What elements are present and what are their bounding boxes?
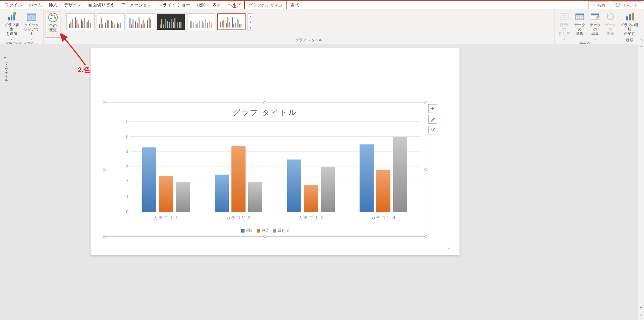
menu-tab-3[interactable]: デザイン	[61, 1, 85, 9]
chart-legend[interactable]: 列1列2系列 3	[104, 228, 426, 234]
menu-tab-5[interactable]: アニメーション	[118, 1, 155, 9]
fit-slide-button[interactable]: ⤢	[638, 313, 644, 320]
scroll-up-button[interactable]: ▲	[638, 44, 644, 50]
bar-series-1[interactable]	[287, 159, 301, 212]
bar-series-2[interactable]	[231, 146, 246, 212]
ribbon: + グラフ要素 を追加 ⌄ クイック レイアウト ⌄ グラフのレイアウト	[0, 9, 644, 44]
category-group[interactable]: カテゴリ 1	[130, 122, 202, 212]
legend-swatch-icon	[273, 229, 276, 233]
quick-layout-button[interactable]: クイック レイアウト ⌄	[22, 11, 42, 41]
bar-series-2[interactable]	[376, 170, 390, 212]
bar-series-3[interactable]	[176, 182, 190, 212]
change-chart-type-button[interactable]: グラフの種類 の変更	[617, 11, 642, 37]
chart-object[interactable]: + グラフ タイトル 0123456 カテゴリ 1カテゴリ 2カテゴリ 3カテゴ…	[104, 103, 426, 237]
bar-series-3[interactable]	[321, 167, 335, 212]
chart-elements-button[interactable]: +	[428, 104, 437, 113]
bar-series-1[interactable]	[360, 144, 374, 212]
menu-tab-8[interactable]: 表示	[209, 1, 224, 9]
svg-rect-7	[32, 16, 36, 20]
svg-rect-14	[629, 14, 631, 20]
slide[interactable]: + グラフ タイトル 0123456 カテゴリ 1カテゴリ 2カテゴリ 3カテゴ…	[91, 48, 460, 255]
annotation-marker-1: 1	[233, 2, 236, 10]
style-gallery-scroll[interactable]: ▴▾▾	[248, 13, 253, 31]
legend-item[interactable]: 系列 3	[273, 228, 289, 234]
menu-tab-2[interactable]: 挿入	[45, 1, 61, 9]
chart-style-thumb-4[interactable]	[157, 13, 185, 30]
chart-plot-area[interactable]: 0123456 カテゴリ 1カテゴリ 2カテゴリ 3カテゴリ 4	[122, 122, 420, 212]
menu-tab-0[interactable]: ファイル	[1, 1, 25, 9]
palette-icon	[48, 12, 58, 23]
category-group[interactable]: カテゴリ 4	[347, 122, 420, 212]
svg-rect-0	[8, 17, 10, 20]
chart-style-thumb-1[interactable]	[66, 13, 95, 30]
chart-style-thumb-6[interactable]	[217, 13, 246, 30]
quick-layout-icon	[26, 11, 37, 22]
category-label: カテゴリ 3	[275, 215, 347, 221]
chart-title[interactable]: グラフ タイトル	[104, 103, 426, 120]
category-group[interactable]: カテゴリ 3	[275, 122, 347, 212]
bar-series-2[interactable]	[304, 185, 318, 212]
comment-button[interactable]: 💬 コメント	[612, 1, 641, 9]
svg-rect-12	[591, 14, 599, 15]
share-button[interactable]: ↗ 共有	[588, 1, 609, 9]
bar-series-3[interactable]	[393, 137, 407, 212]
refresh-icon	[605, 11, 616, 22]
y-tick-label: 0	[126, 210, 128, 214]
y-tick-label: 4	[126, 149, 128, 154]
svg-rect-5	[27, 13, 36, 15]
chevron-right-icon[interactable]: ▶	[4, 56, 9, 59]
thumbnail-rail[interactable]: ▶ サムネイル	[0, 44, 13, 320]
svg-rect-15	[632, 13, 634, 20]
type-group-label: 種類	[617, 38, 642, 43]
category-label: カテゴリ 1	[130, 215, 202, 221]
menu-tab-11[interactable]: 書式	[287, 1, 303, 9]
chart-style-thumb-5[interactable]	[187, 13, 215, 30]
change-colors-button[interactable]: 色の 変更 ⌄	[46, 11, 60, 38]
bar-series-1[interactable]	[215, 175, 229, 212]
slide-page-number: 7	[447, 246, 449, 251]
legend-item[interactable]: 列1	[241, 228, 252, 234]
menu-tab-6[interactable]: スライド ショー	[155, 1, 194, 9]
funnel-icon	[430, 128, 435, 132]
chart-style-thumb-3[interactable]	[127, 13, 155, 30]
y-tick-label: 2	[126, 180, 128, 184]
category-group[interactable]: カテゴリ 2	[202, 122, 275, 212]
legend-swatch-icon	[257, 229, 260, 233]
svg-rect-8	[560, 14, 568, 20]
chart-style-gallery[interactable]: ▴▾▾	[65, 11, 552, 38]
collapse-ribbon-button[interactable]: ^	[641, 39, 643, 43]
vertical-scrollbar[interactable]: ▲ ▼ ⤢	[638, 44, 644, 320]
menu-tab-1[interactable]: ホーム	[25, 1, 45, 9]
svg-rect-1	[11, 15, 12, 20]
edit-data-button[interactable]: データの 編集 ⌄	[588, 11, 602, 41]
menu-bar: ファイルホーム挿入デザイン画面切り替えアニメーションスライド ショー校閲表示ヘル…	[0, 1, 644, 9]
menu-tab-4[interactable]: 画面切り替え	[85, 1, 118, 9]
menu-tab-10[interactable]: グラフのデザイン	[244, 1, 287, 10]
select-data-button[interactable]: データの 選択	[572, 11, 587, 41]
bar-series-2[interactable]	[159, 176, 173, 212]
y-tick-label: 5	[126, 134, 128, 139]
scroll-down-button[interactable]: ▼	[638, 306, 644, 312]
chart-style-thumb-2[interactable]	[97, 13, 125, 30]
chart-styles-button[interactable]	[428, 115, 437, 124]
legend-item[interactable]: 列2	[257, 228, 268, 234]
menu-tab-7[interactable]: 校閲	[194, 1, 209, 9]
chart-type-icon	[624, 11, 635, 22]
bar-series-1[interactable]	[142, 147, 156, 212]
edit-data-icon	[590, 11, 600, 22]
svg-rect-13	[626, 16, 628, 20]
chart-filters-button[interactable]	[428, 126, 437, 134]
bar-series-3[interactable]	[248, 182, 262, 212]
switch-row-col-button: 行/列の 切り替え	[557, 11, 572, 41]
category-label: カテゴリ 4	[347, 215, 420, 221]
svg-text:+: +	[14, 12, 15, 15]
thumbnail-label: サムネイル	[4, 59, 9, 80]
chart-element-icon: +	[6, 11, 17, 22]
add-chart-element-button[interactable]: + グラフ要素 を追加 ⌄	[2, 11, 21, 41]
slide-editor[interactable]: 2.色の変更をクリック + グラフ タイトル	[13, 44, 644, 320]
brush-icon	[430, 117, 435, 122]
y-tick-label: 3	[126, 165, 128, 169]
legend-swatch-icon	[241, 229, 245, 233]
y-tick-label: 6	[126, 119, 128, 124]
select-data-icon	[574, 11, 585, 22]
